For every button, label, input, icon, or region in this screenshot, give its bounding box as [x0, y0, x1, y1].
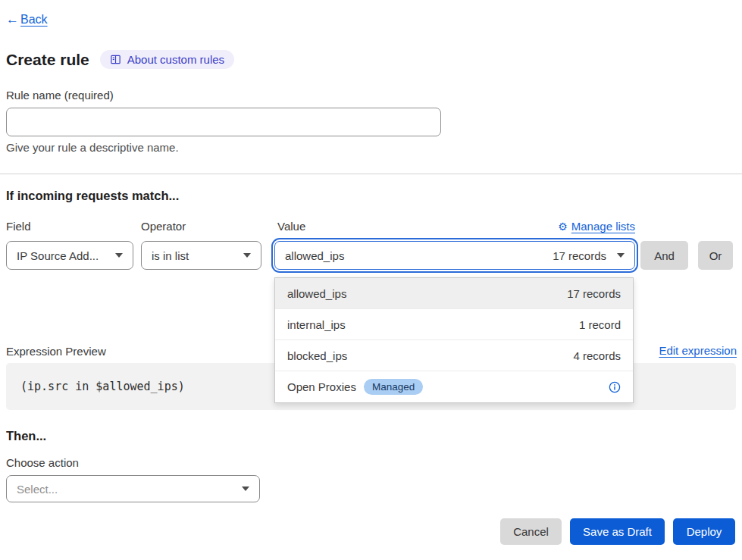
section-divider: [0, 174, 742, 174]
chevron-down-icon: [617, 253, 625, 258]
chevron-down-icon: [243, 253, 251, 258]
choose-action-label: Choose action: [6, 456, 79, 469]
operator-label: Operator: [141, 220, 186, 233]
field-select-value: IP Source Add...: [17, 249, 99, 262]
edit-expression-link[interactable]: Edit expression: [659, 344, 737, 357]
about-custom-rules-link[interactable]: About custom rules: [100, 50, 234, 69]
value-dropdown-menu: allowed_ips 17 records internal_ips 1 re…: [274, 277, 634, 403]
operator-select[interactable]: is in list: [141, 241, 261, 270]
title-row: Create rule About custom rules: [6, 50, 234, 69]
back-arrow-icon: ←: [6, 12, 19, 27]
deploy-button[interactable]: Deploy: [673, 518, 735, 545]
about-custom-rules-label: About custom rules: [127, 53, 224, 66]
info-icon[interactable]: [609, 381, 621, 393]
then-section-heading: Then...: [6, 429, 46, 443]
value-select[interactable]: allowed_ips 17 records: [274, 241, 635, 270]
value-select-value: allowed_ips: [285, 249, 344, 262]
chevron-down-icon: [242, 486, 249, 491]
save-as-draft-button[interactable]: Save as Draft: [570, 518, 665, 545]
action-select-placeholder: Select...: [17, 483, 58, 496]
list-name: Open Proxies: [287, 380, 356, 393]
operator-select-value: is in list: [152, 249, 189, 262]
expression-preview-label: Expression Preview: [6, 345, 106, 358]
page-title: Create rule: [6, 51, 89, 69]
dropdown-option-open-proxies[interactable]: Open Proxies Managed: [275, 371, 633, 402]
back-link[interactable]: ← Back: [6, 12, 48, 27]
back-label: Back: [20, 13, 48, 27]
dropdown-option-allowed-ips[interactable]: allowed_ips 17 records: [275, 278, 633, 309]
match-section-heading: If incoming requests match...: [6, 189, 179, 203]
chevron-down-icon: [115, 253, 123, 258]
book-icon: [110, 54, 121, 65]
dropdown-option-internal-ips[interactable]: internal_ips 1 record: [275, 309, 633, 340]
managed-badge: Managed: [364, 379, 423, 395]
list-name: internal_ips: [287, 318, 346, 331]
and-button[interactable]: And: [640, 241, 688, 270]
list-name: blocked_ips: [287, 349, 347, 362]
rule-name-input[interactable]: [6, 108, 441, 136]
list-record-count: 1 record: [579, 318, 621, 331]
rule-name-label: Rule name (required): [6, 89, 114, 102]
list-name: allowed_ips: [287, 287, 346, 300]
value-select-record-count: 17 records: [553, 249, 617, 262]
or-button[interactable]: Or: [698, 241, 733, 270]
list-record-count: 17 records: [567, 287, 621, 300]
cancel-button[interactable]: Cancel: [500, 518, 562, 545]
manage-lists-link[interactable]: ⚙ Manage lists: [553, 220, 635, 233]
field-select[interactable]: IP Source Add...: [6, 241, 133, 270]
rule-name-helper-text: Give your rule a descriptive name.: [6, 141, 179, 154]
field-label: Field: [6, 220, 31, 233]
action-select[interactable]: Select...: [6, 475, 260, 502]
manage-lists-label: Manage lists: [571, 220, 635, 233]
gear-icon: ⚙: [558, 221, 568, 232]
dropdown-option-blocked-ips[interactable]: blocked_ips 4 records: [275, 340, 633, 371]
create-rule-page: ← Back Create rule About custom rules Ru…: [0, 0, 742, 560]
list-record-count: 4 records: [573, 349, 621, 362]
value-label: Value: [277, 220, 305, 233]
